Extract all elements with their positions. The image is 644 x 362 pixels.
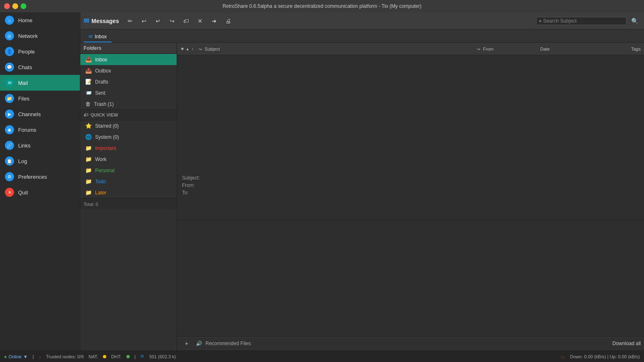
search-button[interactable]: 🔍 bbox=[628, 15, 641, 27]
search-input[interactable] bbox=[543, 18, 613, 24]
tag-button[interactable]: 🏷 bbox=[180, 15, 192, 27]
folder-important[interactable]: 📁 Important bbox=[80, 142, 177, 154]
online-button[interactable]: ● Online ▼ bbox=[4, 354, 28, 359]
close-button[interactable] bbox=[4, 3, 10, 9]
folder-later[interactable]: 📁 Later bbox=[80, 187, 177, 198]
folder-outbox[interactable]: 📤 Outbox bbox=[80, 65, 177, 76]
from-col-label: From bbox=[483, 47, 494, 51]
content-area: ✉ Messages ✏ ↩ ↵ ↪ 🏷 ✕ ➜ 🖨 ● 🔍 ✉ Inbox bbox=[80, 12, 644, 350]
toolbar-messages-label: Messages bbox=[91, 18, 119, 24]
maximize-button[interactable] bbox=[21, 3, 26, 9]
message-list: ★ ▲ ↕ ↪ Subject ↪ From Date bbox=[177, 43, 644, 350]
move-button[interactable]: ➜ bbox=[208, 15, 220, 27]
download-all-button[interactable]: Download all bbox=[612, 341, 641, 346]
total-row: Total: 0 bbox=[80, 198, 177, 210]
personal-label: Personal bbox=[95, 168, 114, 173]
sidebar-item-files[interactable]: 📁 Files bbox=[0, 91, 80, 106]
preview-from-label: From: bbox=[182, 182, 205, 188]
sort-indicator: ▲ bbox=[186, 47, 189, 51]
folder-trash[interactable]: 🗑 Trash (1) bbox=[80, 98, 177, 110]
sidebar-item-channels[interactable]: ▶ Channels bbox=[0, 106, 80, 122]
col-separator-icon: ↕ bbox=[191, 47, 194, 51]
sidebar-label-chats: Chats bbox=[18, 64, 32, 70]
sidebar-label-quit: Quit bbox=[18, 189, 28, 196]
folder-personal[interactable]: 📁 Personal bbox=[80, 165, 177, 176]
message-list-header: ★ ▲ ↕ ↪ Subject ↪ From Date bbox=[177, 43, 644, 55]
compose-button[interactable]: ✏ bbox=[124, 15, 136, 27]
sidebar-item-preferences[interactable]: ⚙ Preferences bbox=[0, 169, 80, 185]
print-button[interactable]: 🖨 bbox=[222, 15, 234, 27]
online-chevron: ▼ bbox=[23, 354, 28, 359]
message-list-empty bbox=[177, 55, 644, 171]
sidebar-label-files: Files bbox=[18, 96, 29, 102]
online-icon: ● bbox=[4, 354, 7, 359]
sent-folder-label: Sent bbox=[95, 90, 105, 96]
folder-todo[interactable]: 📁 Todo bbox=[80, 176, 177, 187]
trash-folder-label: Trash (1) bbox=[94, 101, 114, 107]
preview-from-row: From: bbox=[182, 182, 639, 189]
delete-button[interactable]: ✕ bbox=[194, 15, 206, 27]
channels-icon: ▶ bbox=[5, 110, 14, 119]
forward-button[interactable]: ↪ bbox=[166, 15, 178, 27]
reply-all-button[interactable]: ↵ bbox=[152, 15, 164, 27]
sidebar-item-log[interactable]: 📋 Log bbox=[0, 153, 80, 169]
mail-body: Folders 📥 Inbox 📤 Outbox 📝 Drafts 📨 bbox=[80, 43, 644, 350]
folder-sent[interactable]: 📨 Sent bbox=[80, 87, 177, 98]
message-body-area bbox=[177, 220, 644, 336]
later-label: Later bbox=[95, 190, 106, 196]
add-file-button[interactable]: + bbox=[180, 338, 193, 349]
people-icon: 👤 bbox=[5, 47, 14, 56]
sidebar-label-log: Log bbox=[18, 158, 27, 164]
minimize-button[interactable] bbox=[12, 3, 18, 9]
dht-status-dot bbox=[126, 355, 130, 358]
window-title: RetroShare 0.6.5alpha a secure decentral… bbox=[223, 3, 422, 9]
important-label: Important bbox=[95, 145, 116, 151]
sent-folder-icon: 📨 bbox=[85, 90, 92, 96]
folder-inbox[interactable]: 📥 Inbox bbox=[80, 54, 177, 65]
col-header-from[interactable]: ↪ From bbox=[477, 47, 539, 51]
star-sort-icon: ★ bbox=[180, 46, 184, 51]
sidebar-label-people: People bbox=[18, 49, 35, 55]
dht-label: DHT: bbox=[111, 354, 121, 359]
outbox-folder-icon: 📤 bbox=[85, 68, 92, 74]
inbox-tab-label: Inbox bbox=[95, 34, 107, 40]
sidebar: ⌂ Home ◎ Network 👤 People 💬 Chats ✉ Mail… bbox=[0, 12, 80, 350]
reply-button[interactable]: ↩ bbox=[138, 15, 150, 27]
col-header-date[interactable]: Date bbox=[540, 47, 606, 51]
sidebar-item-mail[interactable]: ✉ Mail bbox=[0, 75, 80, 91]
todo-label: Todo bbox=[95, 179, 106, 185]
folder-system[interactable]: 🌐 System (0) bbox=[80, 131, 177, 142]
sidebar-item-quit[interactable]: ✕ Quit bbox=[0, 185, 80, 200]
sidebar-label-home: Home bbox=[18, 17, 33, 23]
preview-to-row: To: bbox=[182, 189, 639, 196]
sidebar-item-home[interactable]: ⌂ Home bbox=[0, 12, 80, 28]
col-header-star[interactable]: ★ ▲ ↕ bbox=[180, 46, 197, 51]
folder-starred[interactable]: ⭐ Starred (0) bbox=[80, 120, 177, 131]
sidebar-label-network: Network bbox=[18, 33, 38, 39]
folder-panel: Folders 📥 Inbox 📤 Outbox 📝 Drafts 📨 bbox=[80, 43, 177, 350]
drafts-folder-label: Drafts bbox=[95, 79, 108, 85]
folder-drafts[interactable]: 📝 Drafts bbox=[80, 76, 177, 87]
folder-work[interactable]: 📁 Work bbox=[80, 154, 177, 165]
important-icon: 📁 bbox=[85, 145, 92, 151]
preferences-icon: ⚙ bbox=[5, 172, 14, 181]
chats-icon: 💬 bbox=[5, 63, 14, 72]
col-header-tags[interactable]: Tags bbox=[608, 47, 641, 51]
work-icon: 📁 bbox=[85, 156, 92, 162]
col-header-subject[interactable]: ↪ Subject bbox=[198, 47, 475, 51]
todo-icon: 📁 bbox=[85, 178, 92, 185]
statusbar: ● Online ▼ | ↓ Trusted nodes: 0/9 NAT: D… bbox=[0, 350, 644, 362]
peers-separator: | bbox=[135, 354, 136, 359]
tags-col-label: Tags bbox=[631, 47, 641, 51]
sidebar-item-forums[interactable]: ◉ Forums bbox=[0, 122, 80, 138]
sidebar-item-people[interactable]: 👤 People bbox=[0, 44, 80, 59]
home-icon: ⌂ bbox=[5, 16, 14, 25]
quick-view-label: Quick View bbox=[91, 112, 118, 117]
status-separator1: | bbox=[33, 354, 34, 359]
sound-icon: 🔊 bbox=[196, 341, 202, 346]
sidebar-item-network[interactable]: ◎ Network bbox=[0, 28, 80, 44]
network-icon: ◎ bbox=[5, 31, 14, 40]
tab-inbox[interactable]: ✉ Inbox bbox=[84, 32, 112, 42]
sidebar-item-chats[interactable]: 💬 Chats bbox=[0, 59, 80, 75]
sidebar-item-links[interactable]: 🔗 Links bbox=[0, 138, 80, 153]
